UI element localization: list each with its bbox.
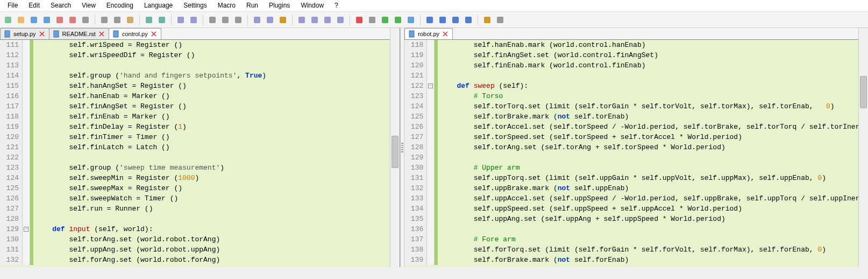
code-text[interactable] [438, 152, 440, 163]
fold-gutter[interactable] [427, 255, 435, 265]
fold-gutter[interactable] [427, 40, 435, 50]
code-line[interactable]: 126 self.torAccel.set (self.torSpeed / -… [404, 122, 868, 132]
code-line[interactable]: 113 [0, 60, 400, 71]
code-text[interactable]: self.uppTorq.set (limit (self.uppGain * … [438, 173, 826, 183]
copy-icon[interactable] [111, 14, 123, 26]
code-line[interactable]: 111 self.wriSpeed = Register () [0, 40, 400, 50]
fold-gutter[interactable] [23, 214, 30, 224]
code-line[interactable]: 129− def input (self, world): [0, 224, 400, 234]
code-line[interactable]: 139 self.forBrake.mark (not self.forEnab… [404, 255, 868, 265]
save-macro-icon[interactable] [405, 14, 417, 26]
left-editor[interactable]: 111 self.wriSpeed = Register ()112 self.… [0, 40, 400, 267]
fold-gutter[interactable] [427, 204, 435, 214]
menu-encoding[interactable]: Encoding [101, 1, 139, 10]
fold-gutter[interactable] [23, 132, 30, 142]
spellcheck-icon[interactable] [481, 14, 493, 26]
close-icon[interactable] [54, 14, 66, 26]
menu-window[interactable]: Window [295, 1, 329, 10]
fold-gutter[interactable] [427, 132, 435, 142]
code-text[interactable]: self.hanAngSet = Register () [33, 81, 187, 91]
code-line[interactable]: 120 self.finEnab.mark (world.control.fin… [404, 60, 868, 71]
code-line[interactable]: 133 self.uppAccel.set (self.uppSpeed / -… [404, 193, 868, 204]
code-text[interactable]: # Torso [438, 91, 503, 101]
redo-icon[interactable] [156, 14, 168, 26]
function-list-icon[interactable] [322, 14, 333, 26]
fold-gutter[interactable] [427, 60, 435, 71]
code-text[interactable]: self.finDelay = Register (1) [33, 122, 187, 132]
tab-close-icon[interactable] [99, 31, 104, 37]
zoom-out-icon[interactable] [219, 14, 231, 26]
fold-gutter[interactable] [23, 183, 30, 193]
fold-gutter[interactable] [427, 193, 435, 204]
fold-gutter[interactable] [427, 101, 435, 111]
tab-setup-py[interactable]: setup.py [0, 28, 49, 39]
menu-help[interactable]: ? [329, 1, 344, 10]
code-text[interactable]: self.finEnab = Marker () [33, 111, 170, 122]
code-line[interactable]: 121 self.finLatch = Latch () [0, 142, 400, 152]
code-line[interactable]: 130 self.torAng.set (world.robot.torAng) [0, 234, 400, 245]
compare-clear-icon[interactable] [463, 14, 474, 26]
fold-gutter[interactable] [23, 234, 30, 245]
fold-gutter[interactable] [23, 255, 30, 265]
code-line[interactable]: 132 self.uppBrake.mark (not self.uppEnab… [404, 183, 868, 193]
code-text[interactable]: self.sweepMax = Register () [33, 183, 182, 193]
indent-guide-icon[interactable] [277, 14, 289, 26]
fold-gutter[interactable] [427, 245, 435, 255]
code-line[interactable]: 119 self.finDelay = Register (1) [0, 122, 400, 132]
fold-gutter[interactable] [23, 204, 30, 214]
code-text[interactable] [438, 71, 440, 81]
fold-gutter[interactable] [23, 71, 30, 81]
code-text[interactable] [33, 214, 35, 224]
code-line[interactable]: 125 self.sweepMax = Register () [0, 183, 400, 193]
code-text[interactable]: self.sweepWatch = Timer () [33, 193, 178, 204]
fold-gutter[interactable] [23, 101, 30, 111]
code-line[interactable]: 112 self.wriSpeedDif = Register () [0, 50, 400, 60]
code-text[interactable]: self.hanEnab = Marker () [33, 91, 170, 101]
code-text[interactable]: # Fore arm [438, 234, 515, 245]
code-line[interactable]: 118 self.finEnab = Marker () [0, 111, 400, 122]
fold-gutter[interactable] [23, 152, 30, 163]
code-text[interactable]: self.sweepMin = Register (1000) [33, 173, 199, 183]
fold-gutter[interactable] [23, 193, 30, 204]
code-line[interactable]: 123 # Torso [404, 91, 868, 101]
folder-workspace-icon[interactable] [335, 14, 346, 26]
code-text[interactable]: self.uppAng.set (self.uppAng + self.uppS… [438, 214, 725, 224]
code-line[interactable]: 132 self.forAng.set (world.robot.forAng) [0, 255, 400, 265]
fold-gutter[interactable] [427, 163, 435, 173]
code-text[interactable]: self.torAng.set (self.torAng + self.torS… [438, 142, 725, 152]
code-text[interactable]: self.uppBrake.mark (not self.uppEnab) [438, 183, 629, 193]
code-line[interactable]: 122− def sweep (self): [404, 81, 868, 91]
tab-README-rst[interactable]: README.rst [49, 28, 109, 39]
code-text[interactable]: self.finTimer = Timer () [33, 132, 170, 142]
cut-icon[interactable] [98, 14, 110, 26]
code-line[interactable]: 128 self.torAng.set (self.torAng + self.… [404, 142, 868, 152]
code-line[interactable]: 134 self.uppSpeed.set (self.uppSpeed + s… [404, 204, 868, 214]
code-line[interactable]: 117 self.finAngSet = Register () [0, 101, 400, 111]
code-text[interactable]: self.hanEnab.mark (world.control.hanEnab… [438, 40, 645, 50]
fold-gutter[interactable] [427, 50, 435, 60]
code-line[interactable]: 114 self.group ('hand and fingers setpoi… [0, 71, 400, 81]
fold-gutter[interactable] [427, 111, 435, 122]
code-line[interactable]: 135 self.uppAng.set (self.uppAng + self.… [404, 214, 868, 224]
fold-gutter[interactable] [23, 163, 30, 173]
splitter[interactable] [400, 28, 404, 267]
code-line[interactable]: 122 [0, 152, 400, 163]
tab-close-icon[interactable] [443, 31, 448, 37]
paste-icon[interactable] [124, 14, 136, 26]
fold-gutter[interactable] [427, 91, 435, 101]
code-line[interactable]: 115 self.hanAngSet = Register () [0, 81, 400, 91]
code-line[interactable]: 138 self.forTorq.set (limit (self.forGai… [404, 245, 868, 255]
code-text[interactable]: self.finEnab.mark (world.control.finEnab… [438, 60, 645, 71]
fold-gutter[interactable]: − [23, 224, 30, 234]
code-line[interactable]: 118 self.hanEnab.mark (world.control.han… [404, 40, 868, 50]
record-macro-icon[interactable] [353, 14, 365, 26]
doc-list-icon[interactable] [309, 14, 321, 26]
fold-toggle-icon[interactable]: − [428, 83, 433, 88]
menu-language[interactable]: Language [139, 1, 178, 10]
zoom-in-icon[interactable] [207, 14, 218, 26]
code-text[interactable] [33, 60, 35, 71]
menu-settings[interactable]: Settings [178, 1, 212, 10]
menu-run[interactable]: Run [241, 1, 264, 10]
code-text[interactable]: self.group ('sweep time measurement') [33, 163, 224, 173]
code-line[interactable]: 126 self.sweepWatch = Timer () [0, 193, 400, 204]
